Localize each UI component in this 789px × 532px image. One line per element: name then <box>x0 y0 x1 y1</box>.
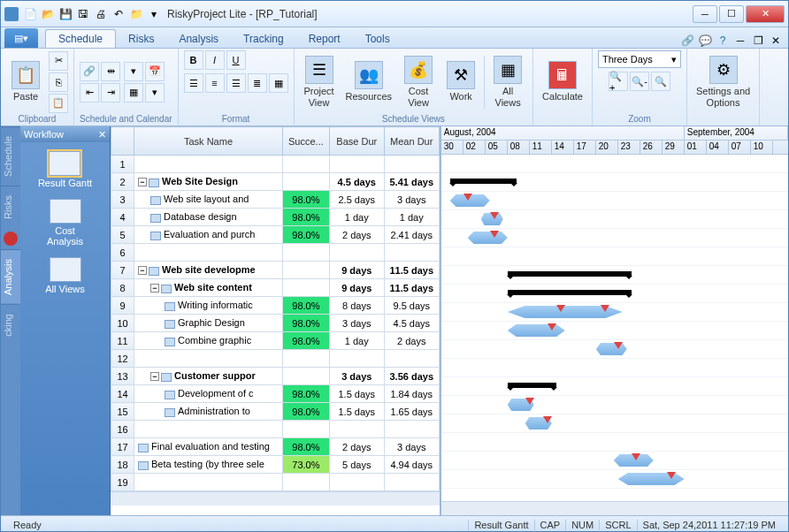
cell-task-name[interactable]: Final evaluation and testing <box>134 438 283 456</box>
gantt-summary-bar[interactable] <box>450 179 517 184</box>
row-number[interactable]: 18 <box>111 456 134 474</box>
col-mean-dur[interactable]: Mean Dur <box>384 127 439 156</box>
project-view-button[interactable]: ☰Project View <box>300 54 339 109</box>
col-task-name[interactable]: Task Name <box>134 127 283 156</box>
table-row[interactable]: 14Development of c98.0%1.5 days1.84 days <box>111 385 440 403</box>
cell-base-dur[interactable]: 1 day <box>329 209 384 226</box>
cell-task-name[interactable]: Web site layout and <box>134 191 283 209</box>
table-row[interactable]: 15Administration to98.0%1.5 days1.65 day… <box>111 403 440 421</box>
cell-success[interactable] <box>283 368 330 385</box>
workflow-cost-analysis[interactable]: Cost Analysis <box>47 199 83 247</box>
cell-mean-dur[interactable]: 11.5 days <box>384 279 439 297</box>
app-menu-button[interactable]: ▤▾ <box>4 28 38 48</box>
cell-task-name[interactable]: Development of c <box>134 385 283 403</box>
cell-base-dur[interactable] <box>329 474 384 491</box>
col-rownum[interactable] <box>111 127 134 156</box>
resources-button[interactable]: 👥Resources <box>342 59 396 103</box>
cell-base-dur[interactable]: 2 days <box>329 226 384 244</box>
gantt-row[interactable] <box>441 340 788 359</box>
gantt-summary-bar[interactable] <box>508 290 632 295</box>
undo-icon[interactable]: ↶ <box>111 6 126 22</box>
grid-scrollbar-h[interactable] <box>111 491 440 505</box>
more-align-icon[interactable]: ≣ <box>248 73 267 93</box>
gantt-body[interactable] <box>441 155 788 507</box>
cell-base-dur[interactable]: 1 day <box>329 332 384 350</box>
cell-base-dur[interactable]: 3 days <box>329 368 384 385</box>
table-row[interactable]: 7−Web site developme9 days11.5 days <box>111 262 440 279</box>
cell-base-dur[interactable]: 9 days <box>329 262 384 279</box>
tab-analysis[interactable]: Analysis <box>166 30 231 48</box>
gantt-summary-bar[interactable] <box>508 383 556 388</box>
gantt-row[interactable] <box>441 433 788 452</box>
cell-task-name[interactable]: Writing informatic <box>134 297 283 315</box>
cell-mean-dur[interactable]: 9.5 days <box>384 297 439 315</box>
gantt-row[interactable] <box>441 470 788 489</box>
row-number[interactable]: 12 <box>111 350 134 368</box>
cell-success[interactable] <box>283 474 330 491</box>
link-tasks-icon[interactable]: 🔗 <box>80 62 99 81</box>
row-number[interactable]: 7 <box>111 262 134 279</box>
grid-schedule-icon[interactable]: ▦ <box>124 83 143 103</box>
row-number[interactable]: 2 <box>111 173 134 191</box>
cell-mean-dur[interactable]: 3 days <box>384 191 439 209</box>
tab-tracking[interactable]: Tracking <box>231 30 296 48</box>
table-row[interactable]: 12 <box>111 350 440 368</box>
cell-base-dur[interactable] <box>329 156 384 173</box>
cell-mean-dur[interactable] <box>384 350 439 368</box>
row-number[interactable]: 10 <box>111 315 134 332</box>
gantt-row[interactable] <box>441 266 788 285</box>
cell-base-dur[interactable]: 5 days <box>329 456 384 474</box>
cell-base-dur[interactable]: 9 days <box>329 279 384 297</box>
cell-base-dur[interactable]: 8 days <box>329 297 384 315</box>
cell-success[interactable]: 98.0% <box>283 191 330 209</box>
paste-button[interactable]: 📋 Paste <box>6 59 45 103</box>
print-icon[interactable]: 🖨 <box>93 6 109 22</box>
cell-mean-dur[interactable] <box>384 156 439 173</box>
folder-icon[interactable]: 📁 <box>128 6 144 22</box>
table-row[interactable]: 17Final evaluation and testing98.0%2 day… <box>111 438 440 456</box>
cell-mean-dur[interactable] <box>384 421 439 438</box>
cell-base-dur[interactable] <box>329 350 384 368</box>
table-row[interactable]: 3Web site layout and98.0%2.5 days3 days <box>111 191 440 209</box>
cell-mean-dur[interactable]: 4.5 days <box>384 315 439 332</box>
tab-schedule[interactable]: Schedule <box>45 29 116 48</box>
row-number[interactable]: 14 <box>111 385 134 403</box>
table-row[interactable]: 10Graphic Design98.0%3 days4.5 days <box>111 315 440 332</box>
table-row[interactable]: 8−Web site content9 days11.5 days <box>111 279 440 297</box>
save-icon[interactable]: 💾 <box>57 6 73 22</box>
work-button[interactable]: ⚒Work <box>441 59 480 103</box>
indent-icon[interactable]: ⇥ <box>101 83 120 103</box>
copy-icon[interactable]: ⎘ <box>49 72 68 92</box>
grid-icon[interactable]: ▦ <box>269 73 288 93</box>
cell-success[interactable]: 98.0% <box>283 332 330 350</box>
all-views-button[interactable]: ▦All Views <box>488 54 527 109</box>
mdi-close-icon[interactable]: ✕ <box>769 34 783 48</box>
cell-mean-dur[interactable]: 5.41 days <box>384 173 439 191</box>
cell-mean-dur[interactable] <box>384 474 439 491</box>
row-number[interactable]: 15 <box>111 403 134 421</box>
zoom-fit-icon[interactable]: 🔍 <box>651 72 670 91</box>
zoom-out-icon[interactable]: 🔍- <box>630 72 649 91</box>
cell-base-dur[interactable]: 2.5 days <box>329 191 384 209</box>
mdi-minimize-icon[interactable]: ─ <box>733 34 747 48</box>
cell-mean-dur[interactable]: 1 day <box>384 209 439 226</box>
cell-mean-dur[interactable] <box>384 244 439 262</box>
gantt-row[interactable] <box>441 285 788 303</box>
cell-task-name[interactable]: −Web site developme <box>134 262 283 279</box>
cell-base-dur[interactable] <box>329 244 384 262</box>
cell-success[interactable]: 98.0% <box>283 403 330 421</box>
gantt-row[interactable] <box>441 303 788 322</box>
col-base-dur[interactable]: Base Dur <box>329 127 384 156</box>
cell-base-dur[interactable]: 3 days <box>329 315 384 332</box>
table-row[interactable]: 16 <box>111 421 440 438</box>
row-number[interactable]: 11 <box>111 332 134 350</box>
workflow-all-views[interactable]: All Views <box>45 257 84 294</box>
cut-icon[interactable]: ✂ <box>49 51 68 71</box>
underline-icon[interactable]: U <box>226 50 246 70</box>
settings-button[interactable]: ⚙Settings and Options <box>693 54 754 109</box>
calendar-icon[interactable]: 📅 <box>145 62 165 81</box>
gantt-task-bar[interactable] <box>468 232 508 244</box>
row-number[interactable]: 17 <box>111 438 134 456</box>
side-tab-analysis[interactable]: Analysis <box>1 249 20 304</box>
dropdown-icon[interactable]: ▾ <box>124 62 143 81</box>
